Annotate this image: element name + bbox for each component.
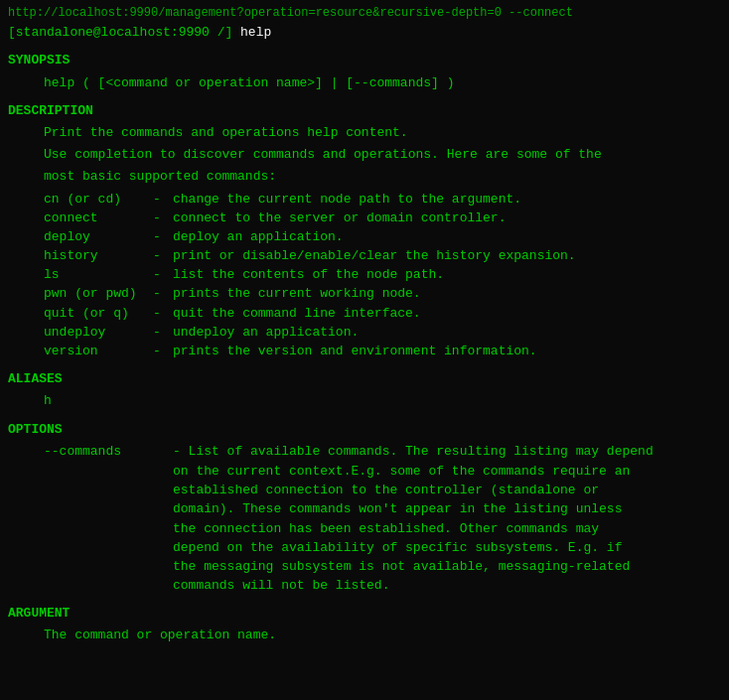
command-prompt: [standalone@localhost:9990 /] help [8,24,721,42]
command-dash: - [153,266,173,284]
option-continuation: established connection to the controller… [173,482,721,499]
synopsis-usage: help ( [<command or operation name>] | [… [44,74,721,92]
command-name: cn (or cd) [44,191,153,209]
command-name: deploy [44,228,153,246]
command-name: ls [44,266,153,284]
command-dash: - [153,324,173,342]
option-desc-line-0: - List of available commands. The result… [173,443,654,461]
option-continuation: the connection has been established. Oth… [173,520,721,538]
option-name: --commands [44,443,153,461]
command-desc: connect to the server or domain controll… [173,210,506,227]
command-dash: - [153,191,173,209]
aliases-content: h [44,392,721,410]
command-row: version - prints the version and environ… [44,343,721,360]
option-row: --commands - List of available commands.… [44,443,721,461]
aliases-header: ALIASES [8,370,721,388]
command-row: ls - list the contents of the node path. [44,266,721,284]
description-line-1: Print the commands and operations help c… [44,124,721,142]
command-dash: - [153,210,173,227]
prompt-bracket: [standalone@localhost:9990 /] [8,25,232,40]
command-desc: print or disable/enable/clear the histor… [173,247,576,265]
command-name: quit (or q) [44,305,153,323]
argument-header: ARGUMENT [8,605,721,623]
option-continuation: domain). These commands won't appear in … [173,500,721,518]
command-desc: change the current node path to the argu… [173,191,521,209]
command-desc: quit the command line interface. [173,305,421,323]
command-row: undeploy - undeploy an application. [44,324,721,342]
options-header: OPTIONS [8,421,721,439]
command-name: connect [44,210,153,227]
command-desc: prints the version and environment infor… [173,343,537,360]
options-block: --commands - List of available commands.… [44,443,721,596]
description-header: DESCRIPTION [8,102,721,120]
command-row: cn (or cd) - change the current node pat… [44,191,721,209]
command-dash: - [153,343,173,360]
command-row: deploy - deploy an application. [44,228,721,246]
prompt-command: help [240,25,271,40]
command-dash: - [153,285,173,303]
option-continuation: the messaging subsystem is not available… [173,558,721,576]
option-continuation: on the current context.E.g. some of the … [173,463,721,481]
command-dash: - [153,305,173,323]
prompt-line: http://localhost:9990/management?operati… [8,4,721,22]
command-dash: - [153,228,173,246]
command-name: version [44,343,153,360]
command-row: connect - connect to the server or domai… [44,210,721,227]
command-dash: - [153,247,173,265]
command-row: quit (or q) - quit the command line inte… [44,305,721,323]
url-text: http://localhost:9990/management?operati… [8,6,573,20]
terminal-window: http://localhost:9990/management?operati… [0,0,729,653]
argument-content: The command or operation name. [44,627,721,644]
command-name: undeploy [44,324,153,342]
command-desc: deploy an application. [173,228,344,246]
description-line-2: Use completion to discover commands and … [44,146,721,164]
command-row: history - print or disable/enable/clear … [44,247,721,265]
synopsis-header: SYNOPSIS [8,52,721,70]
command-name: history [44,247,153,265]
option-continuation: depend on the availability of specific s… [173,539,721,557]
command-desc: undeploy an application. [173,324,359,342]
command-desc: list the contents of the node path. [173,266,444,284]
command-row: pwn (or pwd) - prints the current workin… [44,285,721,303]
option-continuation: commands will not be listed. [173,577,721,595]
option-dash [153,443,173,461]
command-name: pwn (or pwd) [44,285,153,303]
description-line-3: most basic supported commands: [44,168,721,186]
command-table: cn (or cd) - change the current node pat… [44,191,721,361]
command-desc: prints the current working node. [173,285,421,303]
